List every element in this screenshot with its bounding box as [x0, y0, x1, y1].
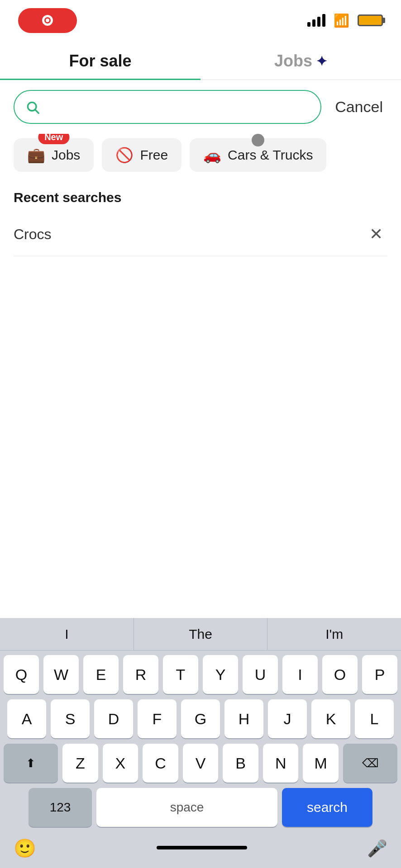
- key-s[interactable]: S: [51, 699, 90, 738]
- key-y[interactable]: Y: [203, 655, 238, 694]
- keyboard-rows: Q W E R T Y U I O P A S D F G H J K L ⬆ …: [0, 651, 401, 830]
- key-shift[interactable]: ⬆: [4, 744, 58, 783]
- key-e[interactable]: E: [83, 655, 119, 694]
- key-space[interactable]: space: [96, 788, 277, 827]
- pill-cars-trucks-label: Cars & Trucks: [228, 147, 313, 163]
- wifi-icon: 📶: [334, 13, 349, 28]
- key-l[interactable]: L: [355, 699, 394, 738]
- record-button[interactable]: [18, 8, 77, 33]
- suggestion-the[interactable]: The: [134, 618, 268, 650]
- pill-jobs[interactable]: New 💼 Jobs: [14, 138, 94, 172]
- keyboard: I The I'm Q W E R T Y U I O P A S D F G: [0, 618, 401, 868]
- key-a[interactable]: A: [7, 699, 46, 738]
- key-numbers[interactable]: 123: [29, 788, 92, 827]
- battery-icon: [358, 14, 383, 26]
- jobs-icon: 💼: [27, 146, 45, 164]
- svg-line-1: [35, 110, 38, 113]
- recent-item-text: Crocs: [14, 226, 52, 243]
- status-bar-left: [18, 8, 77, 33]
- emoji-button[interactable]: 🙂: [9, 833, 41, 863]
- key-row-1: Q W E R T Y U I O P: [4, 655, 397, 694]
- search-icon: [25, 100, 40, 114]
- key-x[interactable]: X: [103, 744, 138, 783]
- record-dot-icon: [40, 13, 55, 28]
- cars-trucks-icon: 🚗: [203, 146, 221, 164]
- key-q[interactable]: Q: [4, 655, 39, 694]
- category-pills: New 💼 Jobs 🚫 Free 🚗 Cars & Trucks: [0, 134, 401, 181]
- key-v[interactable]: V: [183, 744, 219, 783]
- recent-searches-section: Recent searches Crocs ✕: [0, 181, 401, 256]
- key-f[interactable]: F: [138, 699, 177, 738]
- suggestion-im[interactable]: I'm: [267, 618, 401, 650]
- search-input[interactable]: [46, 98, 310, 116]
- key-p[interactable]: P: [362, 655, 397, 694]
- tab-bar: For sale Jobs ✦: [0, 41, 401, 80]
- key-z[interactable]: Z: [62, 744, 98, 783]
- recent-searches-title: Recent searches: [14, 190, 387, 205]
- key-row-3: ⬆ Z X C V B N M ⌫: [4, 744, 397, 783]
- tab-for-sale[interactable]: For sale: [0, 41, 200, 80]
- key-row-4: 123 space search: [4, 788, 397, 827]
- key-row-2: A S D F G H J K L: [4, 699, 397, 738]
- sparkle-icon: ✦: [316, 53, 327, 69]
- content-area: [0, 256, 401, 473]
- keyboard-suggestions: I The I'm: [0, 618, 401, 651]
- cancel-button[interactable]: Cancel: [330, 94, 387, 120]
- pill-cars-trucks[interactable]: 🚗 Cars & Trucks: [190, 138, 326, 172]
- key-d[interactable]: D: [94, 699, 133, 738]
- key-o[interactable]: O: [322, 655, 358, 694]
- key-h[interactable]: H: [224, 699, 263, 738]
- recent-item: Crocs ✕: [14, 212, 387, 256]
- search-input-wrapper[interactable]: [14, 90, 321, 124]
- pill-free-label: Free: [140, 147, 168, 163]
- pill-free[interactable]: 🚫 Free: [102, 138, 181, 172]
- key-backspace[interactable]: ⌫: [343, 744, 397, 783]
- pill-jobs-label: Jobs: [52, 147, 80, 163]
- key-search[interactable]: search: [282, 788, 372, 827]
- key-g[interactable]: G: [181, 699, 220, 738]
- key-b[interactable]: B: [223, 744, 258, 783]
- suggestion-i[interactable]: I: [0, 618, 134, 650]
- key-i[interactable]: I: [282, 655, 318, 694]
- key-w[interactable]: W: [43, 655, 79, 694]
- key-r[interactable]: R: [123, 655, 158, 694]
- key-n[interactable]: N: [263, 744, 299, 783]
- status-bar-right: 📶: [307, 13, 383, 28]
- microphone-icon[interactable]: 🎤: [363, 835, 392, 863]
- key-m[interactable]: M: [303, 744, 339, 783]
- home-indicator: [157, 846, 247, 849]
- free-icon: 🚫: [115, 146, 134, 164]
- signal-icon: [307, 14, 325, 27]
- key-t[interactable]: T: [163, 655, 198, 694]
- search-bar-container: Cancel: [0, 80, 401, 134]
- new-badge: New: [38, 134, 69, 144]
- key-j[interactable]: J: [268, 699, 307, 738]
- remove-recent-item-button[interactable]: ✕: [365, 224, 387, 244]
- pill-dot-indicator: [252, 134, 264, 146]
- key-k[interactable]: K: [311, 699, 350, 738]
- key-c[interactable]: C: [143, 744, 178, 783]
- status-bar: 📶: [0, 0, 401, 41]
- keyboard-bottom-row: 🙂 🎤: [0, 830, 401, 868]
- key-u[interactable]: U: [243, 655, 278, 694]
- tab-jobs[interactable]: Jobs ✦: [200, 41, 401, 80]
